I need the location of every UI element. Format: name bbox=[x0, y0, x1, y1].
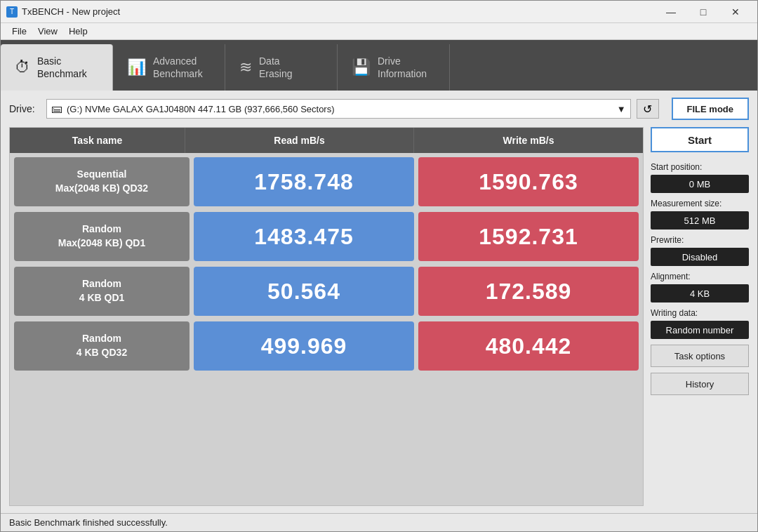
tab-basic-label1: Basic bbox=[37, 55, 87, 67]
tab-bar: ⏱ Basic Benchmark 📊 Advanced Benchmark ≋… bbox=[1, 40, 757, 91]
tab-erasing-label1: Data bbox=[259, 55, 292, 67]
tab-info-label1: Drive bbox=[378, 55, 427, 67]
start-button[interactable]: Start bbox=[651, 127, 749, 152]
bench-write-random-4kb-qd1: 172.589 bbox=[418, 267, 639, 316]
data-erasing-icon: ≋ bbox=[239, 58, 252, 77]
file-mode-button[interactable]: FILE mode bbox=[672, 98, 749, 120]
benchmark-area: Task name Read mB/s Write mB/s Sequentia… bbox=[9, 127, 644, 506]
basic-benchmark-icon: ⏱ bbox=[15, 58, 30, 77]
close-button[interactable]: ✕ bbox=[719, 1, 752, 23]
app-title: TxBENCH - New project bbox=[22, 6, 120, 17]
advanced-benchmark-icon: 📊 bbox=[127, 58, 146, 77]
drive-disk-icon: 🖴 bbox=[51, 102, 62, 115]
tab-basic-label2: Benchmark bbox=[37, 67, 87, 80]
measurement-size-label: Measurement size: bbox=[651, 199, 749, 208]
menu-file[interactable]: File bbox=[6, 25, 32, 38]
tab-info-label2: Information bbox=[378, 67, 427, 80]
drive-row: Drive: 🖴 (G:) NVMe GALAX GA1J0480N 447.1… bbox=[9, 98, 749, 120]
col-read: Read mB/s bbox=[185, 128, 414, 153]
drive-dropdown-icon: ▼ bbox=[617, 104, 626, 114]
status-text: Basic Benchmark finished successfully. bbox=[9, 517, 168, 528]
bench-write-sequential: 1590.763 bbox=[418, 157, 639, 206]
tab-drive-information[interactable]: 💾 Drive Information bbox=[338, 44, 450, 91]
bench-label-random-4kb-qd32: Random4 KB QD32 bbox=[14, 321, 190, 371]
bench-row-random-4kb-qd32: Random4 KB QD32 499.969 480.442 bbox=[14, 321, 639, 371]
bench-read-random-4kb-qd1: 50.564 bbox=[194, 267, 414, 316]
drive-info-icon: 💾 bbox=[352, 58, 371, 77]
tab-data-erasing[interactable]: ≋ Data Erasing bbox=[225, 44, 338, 91]
bench-label-sequential: SequentialMax(2048 KB) QD32 bbox=[14, 157, 190, 206]
alignment-value: 4 KB bbox=[651, 284, 749, 302]
bench-read-sequential: 1758.748 bbox=[194, 157, 414, 206]
bench-write-random-4kb-qd32: 480.442 bbox=[418, 321, 639, 371]
bench-read-random-max-qd1: 1483.475 bbox=[194, 212, 414, 261]
menu-help[interactable]: Help bbox=[63, 25, 93, 38]
table-header: Task name Read mB/s Write mB/s bbox=[10, 128, 643, 153]
bench-row-sequential: SequentialMax(2048 KB) QD32 1758.748 159… bbox=[14, 157, 639, 206]
bench-row-random-4kb-qd1: Random4 KB QD1 50.564 172.589 bbox=[14, 267, 639, 316]
menu-view[interactable]: View bbox=[32, 25, 63, 38]
bench-label-random-max-qd1: RandomMax(2048 KB) QD1 bbox=[14, 212, 190, 261]
drive-refresh-button[interactable]: ↺ bbox=[637, 99, 659, 119]
app-icon: T bbox=[6, 6, 18, 18]
status-bar: Basic Benchmark finished successfully. bbox=[1, 513, 757, 531]
tab-advanced-benchmark[interactable]: 📊 Advanced Benchmark bbox=[113, 44, 225, 91]
maximize-button[interactable]: □ bbox=[687, 1, 719, 23]
drive-value: (G:) NVMe GALAX GA1J0480N 447.11 GB (937… bbox=[67, 104, 335, 114]
tab-advanced-label2: Benchmark bbox=[153, 67, 203, 80]
benchmark-rows: SequentialMax(2048 KB) QD32 1758.748 159… bbox=[10, 153, 643, 505]
bench-write-random-max-qd1: 1592.731 bbox=[418, 212, 639, 261]
col-write: Write mB/s bbox=[414, 128, 643, 153]
measurement-size-value: 512 MB bbox=[651, 211, 749, 230]
tab-advanced-label1: Advanced bbox=[153, 55, 203, 67]
drive-label: Drive: bbox=[9, 103, 41, 114]
bench-read-random-4kb-qd32: 499.969 bbox=[194, 321, 414, 371]
main-content: Drive: 🖴 (G:) NVMe GALAX GA1J0480N 447.1… bbox=[1, 91, 757, 513]
bench-label-random-4kb-qd1: Random4 KB QD1 bbox=[14, 267, 190, 316]
history-button[interactable]: History bbox=[651, 373, 749, 395]
start-position-value: 0 MB bbox=[651, 175, 749, 193]
tab-erasing-label2: Erasing bbox=[259, 67, 292, 80]
title-bar: T TxBENCH - New project — □ ✕ bbox=[1, 1, 757, 23]
prewrite-label: Prewrite: bbox=[651, 235, 749, 245]
tab-basic-benchmark[interactable]: ⏱ Basic Benchmark bbox=[1, 44, 113, 91]
menu-bar: File View Help bbox=[1, 23, 757, 40]
alignment-label: Alignment: bbox=[651, 272, 749, 281]
drive-select[interactable]: 🖴 (G:) NVMe GALAX GA1J0480N 447.11 GB (9… bbox=[46, 99, 631, 119]
prewrite-value: Disabled bbox=[651, 248, 749, 266]
writing-data-label: Writing data: bbox=[651, 308, 749, 318]
minimize-button[interactable]: — bbox=[655, 1, 687, 23]
content-area: Task name Read mB/s Write mB/s Sequentia… bbox=[9, 127, 749, 506]
bench-row-random-max-qd1: RandomMax(2048 KB) QD1 1483.475 1592.731 bbox=[14, 212, 639, 261]
task-options-button[interactable]: Task options bbox=[651, 345, 749, 367]
writing-data-value: Random number bbox=[651, 321, 749, 339]
right-panel: Start Start position: 0 MB Measurement s… bbox=[651, 127, 749, 506]
col-task-name: Task name bbox=[10, 128, 185, 153]
start-position-label: Start position: bbox=[651, 162, 749, 172]
